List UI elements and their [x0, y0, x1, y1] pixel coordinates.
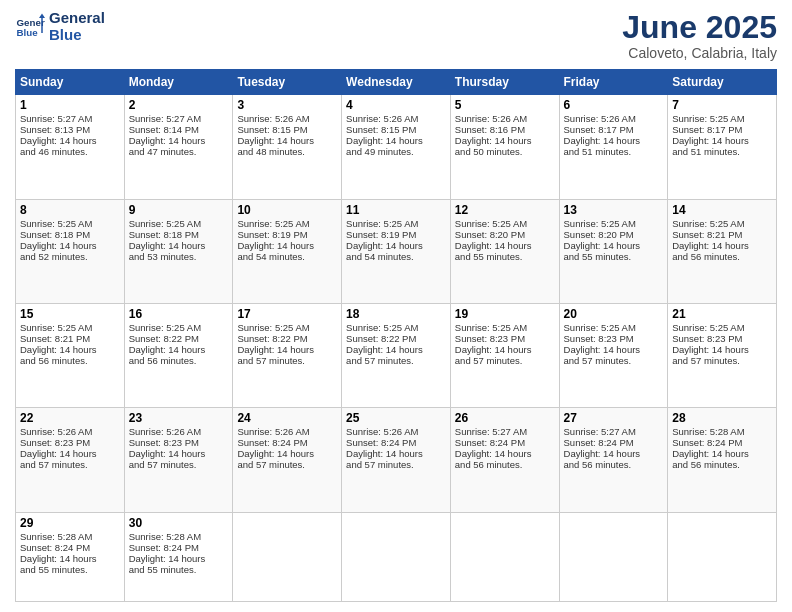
calendar-cell: 23 Sunrise: 5:26 AM Sunset: 8:23 PM Dayl…	[124, 408, 233, 512]
daylight-line1: Daylight: 14 hours	[564, 135, 641, 146]
daylight-line1: Daylight: 14 hours	[237, 448, 314, 459]
daylight-line2: and 56 minutes.	[455, 459, 523, 470]
day-number: 21	[672, 307, 772, 321]
sunrise-line: Sunrise: 5:25 AM	[564, 218, 636, 229]
logo-general: General	[49, 10, 105, 27]
daylight-line2: and 46 minutes.	[20, 146, 88, 157]
sunset-line: Sunset: 8:15 PM	[346, 124, 416, 135]
daylight-line2: and 57 minutes.	[237, 355, 305, 366]
daylight-line2: and 51 minutes.	[564, 146, 632, 157]
day-number: 10	[237, 203, 337, 217]
daylight-line2: and 56 minutes.	[672, 459, 740, 470]
day-number: 9	[129, 203, 229, 217]
daylight-line2: and 53 minutes.	[129, 251, 197, 262]
daylight-line2: and 57 minutes.	[237, 459, 305, 470]
sunset-line: Sunset: 8:15 PM	[237, 124, 307, 135]
sunrise-line: Sunrise: 5:26 AM	[346, 426, 418, 437]
sunset-line: Sunset: 8:23 PM	[672, 333, 742, 344]
calendar-cell: 10 Sunrise: 5:25 AM Sunset: 8:19 PM Dayl…	[233, 199, 342, 303]
daylight-line2: and 57 minutes.	[129, 459, 197, 470]
sunset-line: Sunset: 8:24 PM	[129, 542, 199, 553]
daylight-line1: Daylight: 14 hours	[129, 240, 206, 251]
sunset-line: Sunset: 8:24 PM	[672, 437, 742, 448]
day-number: 24	[237, 411, 337, 425]
sunset-line: Sunset: 8:17 PM	[672, 124, 742, 135]
calendar-cell: 24 Sunrise: 5:26 AM Sunset: 8:24 PM Dayl…	[233, 408, 342, 512]
sunset-line: Sunset: 8:18 PM	[129, 229, 199, 240]
daylight-line2: and 55 minutes.	[455, 251, 523, 262]
svg-text:General: General	[17, 16, 46, 27]
day-number: 30	[129, 516, 229, 530]
calendar-cell: 25 Sunrise: 5:26 AM Sunset: 8:24 PM Dayl…	[342, 408, 451, 512]
calendar-cell	[668, 512, 777, 601]
daylight-line1: Daylight: 14 hours	[20, 448, 97, 459]
daylight-line2: and 51 minutes.	[672, 146, 740, 157]
sunrise-line: Sunrise: 5:25 AM	[20, 322, 92, 333]
sunset-line: Sunset: 8:20 PM	[564, 229, 634, 240]
sunrise-line: Sunrise: 5:26 AM	[20, 426, 92, 437]
svg-text:Blue: Blue	[17, 27, 39, 38]
daylight-line1: Daylight: 14 hours	[237, 344, 314, 355]
sunrise-line: Sunrise: 5:25 AM	[672, 218, 744, 229]
daylight-line1: Daylight: 14 hours	[672, 344, 749, 355]
sunset-line: Sunset: 8:21 PM	[20, 333, 90, 344]
day-number: 25	[346, 411, 446, 425]
daylight-line1: Daylight: 14 hours	[129, 553, 206, 564]
calendar-table: Sunday Monday Tuesday Wednesday Thursday…	[15, 69, 777, 602]
day-number: 26	[455, 411, 555, 425]
sunset-line: Sunset: 8:23 PM	[20, 437, 90, 448]
sunset-line: Sunset: 8:20 PM	[455, 229, 525, 240]
sunrise-line: Sunrise: 5:28 AM	[20, 531, 92, 542]
sunrise-line: Sunrise: 5:25 AM	[672, 113, 744, 124]
calendar-cell: 26 Sunrise: 5:27 AM Sunset: 8:24 PM Dayl…	[450, 408, 559, 512]
logo-text-block: General Blue	[49, 10, 105, 43]
daylight-line2: and 56 minutes.	[672, 251, 740, 262]
daylight-line2: and 57 minutes.	[20, 459, 88, 470]
calendar-cell: 12 Sunrise: 5:25 AM Sunset: 8:20 PM Dayl…	[450, 199, 559, 303]
daylight-line1: Daylight: 14 hours	[20, 344, 97, 355]
calendar-cell: 20 Sunrise: 5:25 AM Sunset: 8:23 PM Dayl…	[559, 304, 668, 408]
daylight-line1: Daylight: 14 hours	[564, 240, 641, 251]
sunset-line: Sunset: 8:24 PM	[237, 437, 307, 448]
sunrise-line: Sunrise: 5:25 AM	[237, 322, 309, 333]
daylight-line2: and 50 minutes.	[455, 146, 523, 157]
sunset-line: Sunset: 8:22 PM	[237, 333, 307, 344]
sunset-line: Sunset: 8:19 PM	[237, 229, 307, 240]
day-number: 17	[237, 307, 337, 321]
sunset-line: Sunset: 8:23 PM	[129, 437, 199, 448]
title-block: June 2025 Caloveto, Calabria, Italy	[622, 10, 777, 61]
day-number: 16	[129, 307, 229, 321]
calendar-cell: 3 Sunrise: 5:26 AM Sunset: 8:15 PM Dayli…	[233, 95, 342, 199]
sunset-line: Sunset: 8:22 PM	[346, 333, 416, 344]
calendar-title: June 2025	[622, 10, 777, 45]
sunrise-line: Sunrise: 5:26 AM	[455, 113, 527, 124]
sunset-line: Sunset: 8:13 PM	[20, 124, 90, 135]
day-number: 27	[564, 411, 664, 425]
day-number: 14	[672, 203, 772, 217]
day-number: 11	[346, 203, 446, 217]
calendar-cell: 2 Sunrise: 5:27 AM Sunset: 8:14 PM Dayli…	[124, 95, 233, 199]
daylight-line2: and 57 minutes.	[346, 355, 414, 366]
day-number: 20	[564, 307, 664, 321]
daylight-line2: and 56 minutes.	[129, 355, 197, 366]
day-number: 7	[672, 98, 772, 112]
sunrise-line: Sunrise: 5:25 AM	[237, 218, 309, 229]
col-friday: Friday	[559, 70, 668, 95]
calendar-cell: 1 Sunrise: 5:27 AM Sunset: 8:13 PM Dayli…	[16, 95, 125, 199]
sunrise-line: Sunrise: 5:25 AM	[346, 322, 418, 333]
sunset-line: Sunset: 8:16 PM	[455, 124, 525, 135]
daylight-line2: and 57 minutes.	[564, 355, 632, 366]
daylight-line2: and 55 minutes.	[129, 564, 197, 575]
daylight-line1: Daylight: 14 hours	[129, 344, 206, 355]
calendar-week-row: 15 Sunrise: 5:25 AM Sunset: 8:21 PM Dayl…	[16, 304, 777, 408]
sunrise-line: Sunrise: 5:26 AM	[237, 113, 309, 124]
page: General Blue General Blue June 2025 Calo…	[0, 0, 792, 612]
calendar-week-row: 29 Sunrise: 5:28 AM Sunset: 8:24 PM Dayl…	[16, 512, 777, 601]
sunset-line: Sunset: 8:14 PM	[129, 124, 199, 135]
day-number: 4	[346, 98, 446, 112]
calendar-week-row: 22 Sunrise: 5:26 AM Sunset: 8:23 PM Dayl…	[16, 408, 777, 512]
sunrise-line: Sunrise: 5:27 AM	[20, 113, 92, 124]
calendar-cell: 19 Sunrise: 5:25 AM Sunset: 8:23 PM Dayl…	[450, 304, 559, 408]
daylight-line2: and 49 minutes.	[346, 146, 414, 157]
calendar-cell: 14 Sunrise: 5:25 AM Sunset: 8:21 PM Dayl…	[668, 199, 777, 303]
